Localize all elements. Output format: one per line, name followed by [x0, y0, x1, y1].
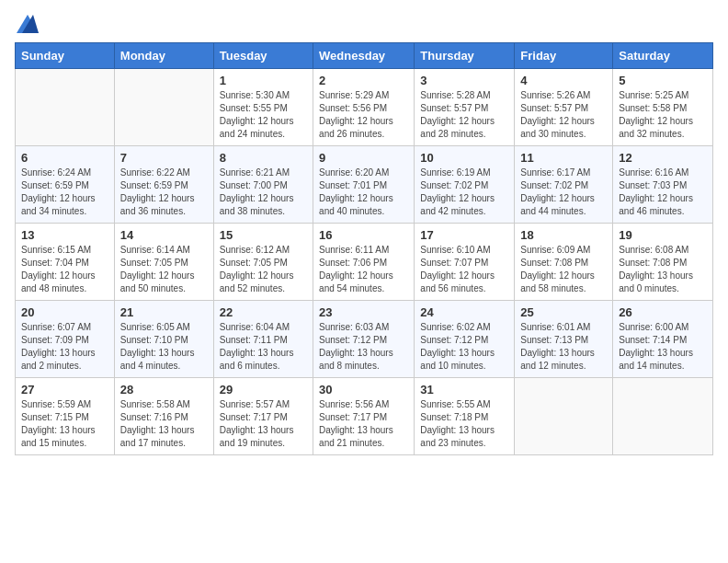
day-number: 6 — [21, 151, 108, 165]
calendar-cell: 29Sunrise: 5:57 AM Sunset: 7:17 PM Dayli… — [213, 378, 313, 455]
day-number: 18 — [520, 228, 607, 242]
day-number: 16 — [319, 228, 408, 242]
calendar-header-wednesday: Wednesday — [313, 43, 415, 69]
calendar-cell: 31Sunrise: 5:55 AM Sunset: 7:18 PM Dayli… — [415, 378, 515, 455]
calendar-cell: 17Sunrise: 6:10 AM Sunset: 7:07 PM Dayli… — [415, 224, 515, 301]
calendar-cell: 2Sunrise: 5:29 AM Sunset: 5:56 PM Daylig… — [313, 69, 415, 146]
calendar-cell — [114, 69, 213, 146]
day-number: 22 — [220, 305, 307, 319]
day-number: 20 — [21, 305, 108, 319]
day-number: 27 — [21, 383, 108, 396]
logo-icon — [17, 15, 39, 33]
calendar-header-monday: Monday — [114, 43, 213, 69]
day-number: 12 — [619, 151, 707, 165]
calendar-cell: 9Sunrise: 6:20 AM Sunset: 7:01 PM Daylig… — [313, 146, 415, 224]
day-info: Sunrise: 5:28 AM Sunset: 5:57 PM Dayligh… — [420, 89, 508, 141]
day-info: Sunrise: 6:11 AM Sunset: 7:06 PM Dayligh… — [319, 244, 408, 295]
day-number: 7 — [120, 151, 208, 165]
calendar-cell: 21Sunrise: 6:05 AM Sunset: 7:10 PM Dayli… — [114, 301, 213, 378]
day-info: Sunrise: 6:09 AM Sunset: 7:08 PM Dayligh… — [520, 244, 607, 295]
day-number: 11 — [520, 151, 607, 165]
calendar-cell: 22Sunrise: 6:04 AM Sunset: 7:11 PM Dayli… — [213, 301, 313, 378]
calendar-cell — [515, 378, 613, 455]
day-number: 23 — [319, 305, 408, 319]
day-info: Sunrise: 5:29 AM Sunset: 5:56 PM Dayligh… — [319, 89, 408, 141]
day-number: 5 — [619, 74, 707, 87]
day-number: 9 — [319, 151, 408, 165]
calendar-cell: 5Sunrise: 5:25 AM Sunset: 5:58 PM Daylig… — [613, 69, 713, 146]
day-number: 26 — [619, 305, 707, 319]
day-info: Sunrise: 6:17 AM Sunset: 7:02 PM Dayligh… — [520, 167, 607, 218]
calendar-cell: 3Sunrise: 5:28 AM Sunset: 5:57 PM Daylig… — [415, 69, 515, 146]
day-info: Sunrise: 5:59 AM Sunset: 7:15 PM Dayligh… — [21, 398, 108, 450]
calendar-cell: 23Sunrise: 6:03 AM Sunset: 7:12 PM Dayli… — [313, 301, 415, 378]
day-info: Sunrise: 6:14 AM Sunset: 7:05 PM Dayligh… — [120, 244, 208, 295]
day-number: 4 — [520, 74, 607, 87]
day-info: Sunrise: 6:03 AM Sunset: 7:12 PM Dayligh… — [319, 321, 408, 373]
day-number: 3 — [420, 74, 508, 87]
day-info: Sunrise: 5:55 AM Sunset: 7:18 PM Dayligh… — [420, 398, 508, 450]
day-number: 30 — [319, 383, 408, 396]
calendar-header-row: SundayMondayTuesdayWednesdayThursdayFrid… — [16, 43, 713, 69]
calendar-cell — [16, 69, 115, 146]
calendar-cell: 18Sunrise: 6:09 AM Sunset: 7:08 PM Dayli… — [515, 224, 613, 301]
calendar-cell: 13Sunrise: 6:15 AM Sunset: 7:04 PM Dayli… — [16, 224, 115, 301]
day-info: Sunrise: 6:15 AM Sunset: 7:04 PM Dayligh… — [21, 244, 108, 295]
calendar-cell: 30Sunrise: 5:56 AM Sunset: 7:17 PM Dayli… — [313, 378, 415, 455]
day-info: Sunrise: 5:30 AM Sunset: 5:55 PM Dayligh… — [220, 89, 307, 141]
day-info: Sunrise: 6:00 AM Sunset: 7:14 PM Dayligh… — [619, 321, 707, 373]
calendar-cell: 6Sunrise: 6:24 AM Sunset: 6:59 PM Daylig… — [16, 146, 115, 224]
page-header — [15, 15, 713, 33]
day-info: Sunrise: 5:58 AM Sunset: 7:16 PM Dayligh… — [120, 398, 208, 450]
calendar-cell: 27Sunrise: 5:59 AM Sunset: 7:15 PM Dayli… — [16, 378, 115, 455]
day-info: Sunrise: 6:19 AM Sunset: 7:02 PM Dayligh… — [420, 167, 508, 218]
day-number: 31 — [420, 383, 508, 396]
calendar-cell: 20Sunrise: 6:07 AM Sunset: 7:09 PM Dayli… — [16, 301, 115, 378]
day-number: 21 — [120, 305, 208, 319]
day-number: 29 — [220, 383, 307, 396]
day-info: Sunrise: 5:56 AM Sunset: 7:17 PM Dayligh… — [319, 398, 408, 450]
calendar-header-saturday: Saturday — [613, 43, 713, 69]
day-number: 19 — [619, 228, 707, 242]
calendar-week-2: 6Sunrise: 6:24 AM Sunset: 6:59 PM Daylig… — [16, 146, 713, 224]
calendar-cell: 15Sunrise: 6:12 AM Sunset: 7:05 PM Dayli… — [213, 224, 313, 301]
logo — [15, 15, 39, 33]
day-number: 17 — [420, 228, 508, 242]
calendar-cell: 26Sunrise: 6:00 AM Sunset: 7:14 PM Dayli… — [613, 301, 713, 378]
day-number: 25 — [520, 305, 607, 319]
day-info: Sunrise: 6:16 AM Sunset: 7:03 PM Dayligh… — [619, 167, 707, 218]
calendar-cell: 8Sunrise: 6:21 AM Sunset: 7:00 PM Daylig… — [213, 146, 313, 224]
day-number: 14 — [120, 228, 208, 242]
calendar-week-4: 20Sunrise: 6:07 AM Sunset: 7:09 PM Dayli… — [16, 301, 713, 378]
day-info: Sunrise: 6:22 AM Sunset: 6:59 PM Dayligh… — [120, 167, 208, 218]
day-number: 2 — [319, 74, 408, 87]
calendar-header-thursday: Thursday — [415, 43, 515, 69]
day-info: Sunrise: 6:05 AM Sunset: 7:10 PM Dayligh… — [120, 321, 208, 373]
day-number: 24 — [420, 305, 508, 319]
day-number: 10 — [420, 151, 508, 165]
day-info: Sunrise: 6:21 AM Sunset: 7:00 PM Dayligh… — [220, 167, 307, 218]
calendar-cell: 12Sunrise: 6:16 AM Sunset: 7:03 PM Dayli… — [613, 146, 713, 224]
day-info: Sunrise: 6:20 AM Sunset: 7:01 PM Dayligh… — [319, 167, 408, 218]
day-number: 13 — [21, 228, 108, 242]
calendar-header-tuesday: Tuesday — [213, 43, 313, 69]
day-info: Sunrise: 6:02 AM Sunset: 7:12 PM Dayligh… — [420, 321, 508, 373]
day-info: Sunrise: 6:01 AM Sunset: 7:13 PM Dayligh… — [520, 321, 607, 373]
calendar-cell: 19Sunrise: 6:08 AM Sunset: 7:08 PM Dayli… — [613, 224, 713, 301]
calendar-cell: 1Sunrise: 5:30 AM Sunset: 5:55 PM Daylig… — [213, 69, 313, 146]
calendar-cell: 10Sunrise: 6:19 AM Sunset: 7:02 PM Dayli… — [415, 146, 515, 224]
day-info: Sunrise: 5:57 AM Sunset: 7:17 PM Dayligh… — [220, 398, 307, 450]
day-info: Sunrise: 5:25 AM Sunset: 5:58 PM Dayligh… — [619, 89, 707, 141]
calendar-week-1: 1Sunrise: 5:30 AM Sunset: 5:55 PM Daylig… — [16, 69, 713, 146]
calendar-cell: 28Sunrise: 5:58 AM Sunset: 7:16 PM Dayli… — [114, 378, 213, 455]
day-info: Sunrise: 6:24 AM Sunset: 6:59 PM Dayligh… — [21, 167, 108, 218]
calendar-week-3: 13Sunrise: 6:15 AM Sunset: 7:04 PM Dayli… — [16, 224, 713, 301]
day-number: 15 — [220, 228, 307, 242]
day-info: Sunrise: 6:12 AM Sunset: 7:05 PM Dayligh… — [220, 244, 307, 295]
day-number: 1 — [220, 74, 307, 87]
day-number: 28 — [120, 383, 208, 396]
day-number: 8 — [220, 151, 307, 165]
day-info: Sunrise: 6:10 AM Sunset: 7:07 PM Dayligh… — [420, 244, 508, 295]
calendar-cell: 16Sunrise: 6:11 AM Sunset: 7:06 PM Dayli… — [313, 224, 415, 301]
calendar-header-friday: Friday — [515, 43, 613, 69]
